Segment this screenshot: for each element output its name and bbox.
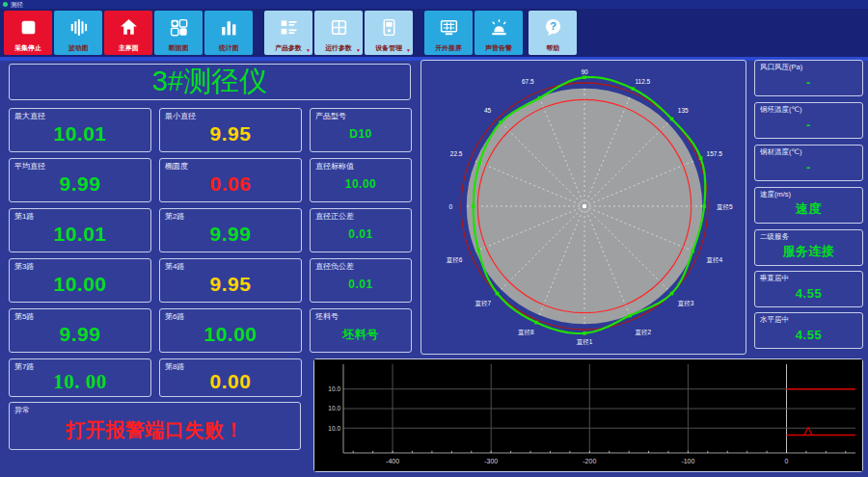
toolbar-button-stats-chart[interactable]: 统计图	[204, 11, 253, 55]
svg-text:-400: -400	[386, 458, 399, 464]
svg-text:112.5: 112.5	[635, 78, 650, 85]
field-channel-1-value: 10.01	[10, 217, 150, 252]
cross-section-panel: 直径5157.5135112.59067.54522.50直径6直径7直径8直径…	[420, 60, 746, 355]
field-channel-2: 第2路9.99	[159, 208, 302, 252]
svg-text:67.5: 67.5	[522, 78, 534, 85]
field-channel-2-value: 9.99	[160, 217, 301, 252]
field-billet-no-value: 坯料号	[311, 317, 411, 352]
trend-panel: 10.010.010.0-400-300-200-1000	[313, 358, 863, 472]
toolbar-button-wave-chart[interactable]: 波动图	[54, 11, 102, 55]
windows-grid-icon	[154, 11, 203, 44]
toolbar-button-label: 统计图	[219, 44, 239, 51]
field-min-diameter-value: 9.95	[160, 117, 301, 151]
field-channel-5: 第5路9.99	[9, 308, 151, 353]
field-avg-diameter: 平均直径9.99	[9, 158, 151, 202]
toolbar-button-run-params[interactable]: 运行参数▼	[314, 11, 363, 55]
svg-text:直径4: 直径4	[707, 256, 723, 263]
field-speed-value: 速度	[755, 196, 862, 223]
field-steel-temp-value: -	[755, 153, 862, 180]
field-tolerance-minus-value: 0.01	[311, 267, 411, 302]
field-air-pressure-value: -	[755, 68, 862, 95]
field-avg-diameter-value: 9.99	[10, 167, 150, 201]
alarm-beacon-icon	[475, 11, 523, 44]
field-product-model: 产品型号D10	[310, 108, 412, 152]
svg-text:?: ?	[550, 20, 556, 32]
field-l2-service: 二级服务服务连接	[754, 229, 863, 266]
toolbar-button-help[interactable]: ?帮助	[529, 11, 577, 55]
field-min-diameter: 最小直径9.95	[159, 108, 302, 152]
field-channel-4: 第4路9.95	[159, 258, 302, 303]
cross-section-polar-chart: 直径5157.5135112.59067.54522.50直径6直径7直径8直径…	[421, 61, 746, 354]
title-bar: 测径	[0, 0, 868, 9]
field-l2-service-value: 服务连接	[755, 238, 862, 265]
field-channel-4-value: 9.95	[160, 267, 301, 302]
field-billet-temp: 钢坯温度(℃)-	[754, 102, 863, 139]
field-billet-no: 坯料号坯料号	[310, 308, 412, 353]
trend-chart: 10.010.010.0-400-300-200-1000	[314, 359, 862, 471]
field-channel-1: 第1路10.01	[9, 208, 151, 252]
field-max-diameter-value: 10.01	[10, 117, 150, 151]
svg-text:0: 0	[785, 458, 789, 464]
toolbar-button-section-view[interactable]: 断面图	[154, 11, 203, 55]
alarm-box: 异常 打开报警端口失败！	[9, 402, 301, 450]
run-params-icon	[314, 11, 363, 44]
toolbar-button-stop-capture[interactable]: 采集停止	[4, 11, 52, 55]
svg-text:10.0: 10.0	[328, 425, 340, 432]
waveform-icon	[54, 11, 102, 44]
gauge-title: 3#测径仪	[9, 64, 411, 100]
svg-text:-300: -300	[484, 458, 498, 464]
toolbar-button-label: 开外接屏	[435, 44, 462, 51]
product-params-icon	[264, 11, 312, 44]
window-title: 测径	[11, 1, 23, 8]
field-channel-3: 第3路10.00	[9, 258, 151, 303]
field-horizontal-center: 水平居中4.55	[754, 312, 863, 349]
app-icon	[3, 2, 8, 7]
toolbar-button-label: 设备管理	[375, 44, 402, 51]
svg-text:135: 135	[678, 107, 689, 114]
svg-text:直径5: 直径5	[717, 203, 733, 210]
help-icon: ?	[529, 11, 577, 44]
toolbar: 采集停止波动图主界面断面图统计图产品参数▼运行参数▼设备管理▼开外接屏声音告警?…	[0, 9, 868, 57]
field-channel-5-value: 9.99	[10, 317, 150, 352]
svg-text:22.5: 22.5	[450, 150, 463, 157]
svg-text:-100: -100	[681, 458, 694, 464]
dropdown-arrow-icon[interactable]: ▼	[406, 48, 411, 53]
svg-text:直径6: 直径6	[447, 256, 463, 263]
device-manage-icon	[365, 11, 413, 44]
home-icon	[104, 11, 152, 44]
field-channel-8: 第8路0.00	[159, 358, 302, 397]
field-channel-3-value: 10.00	[10, 267, 150, 302]
field-nominal-diameter-value: 10.00	[311, 167, 411, 201]
field-horizontal-center-value: 4.55	[755, 321, 862, 348]
dropdown-arrow-icon[interactable]: ▼	[306, 48, 311, 53]
toolbar-button-device-manage[interactable]: 设备管理▼	[365, 11, 413, 55]
field-ovality-value: 0.06	[160, 167, 301, 201]
svg-text:90: 90	[581, 68, 588, 75]
app-window: 测径 采集停止波动图主界面断面图统计图产品参数▼运行参数▼设备管理▼开外接屏声音…	[0, 0, 868, 477]
dropdown-arrow-icon[interactable]: ▼	[356, 48, 361, 53]
toolbar-button-label: 主界面	[119, 44, 139, 51]
toolbar-button-product-params[interactable]: 产品参数▼	[264, 11, 312, 55]
field-vertical-center-value: 4.55	[755, 279, 862, 306]
field-channel-6: 第6路10.00	[159, 308, 302, 353]
field-max-diameter: 最大直径10.01	[9, 108, 151, 152]
field-billet-temp-value: -	[755, 111, 862, 138]
field-channel-8-value: 0.00	[160, 367, 301, 396]
toolbar-button-label: 帮助	[546, 44, 559, 51]
field-air-pressure: 风口风压(Pa)-	[754, 60, 863, 96]
field-tolerance-plus: 直径正公差0.01	[310, 208, 412, 252]
svg-text:157.5: 157.5	[707, 150, 723, 157]
field-tolerance-minus: 直径负公差0.01	[310, 258, 412, 303]
toolbar-button-label: 运行参数	[325, 44, 352, 51]
toolbar-button-main-view[interactable]: 主界面	[104, 11, 152, 55]
svg-text:45: 45	[484, 107, 492, 114]
toolbar-button-external-screen[interactable]: 开外接屏	[424, 11, 473, 55]
field-vertical-center: 垂直居中4.55	[754, 271, 863, 307]
stop-icon	[4, 11, 52, 44]
svg-text:直径2: 直径2	[635, 329, 651, 335]
toolbar-button-sound-alarm[interactable]: 声音告警	[475, 11, 523, 55]
alarm-message: 打开报警端口失败！	[10, 411, 300, 449]
toolbar-button-label: 产品参数	[275, 44, 302, 51]
field-product-model-value: D10	[311, 117, 411, 151]
svg-text:10.0: 10.0	[328, 405, 340, 411]
